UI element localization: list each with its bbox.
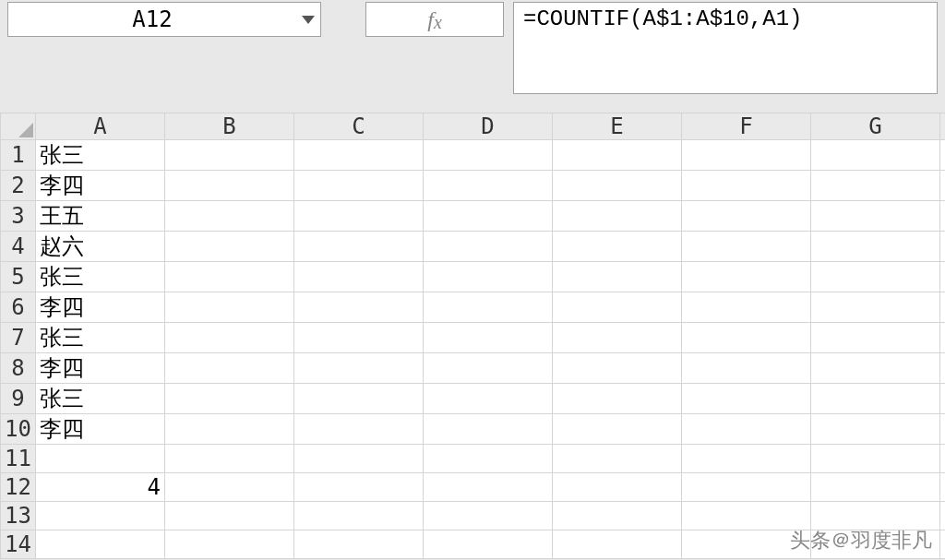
cell-F14[interactable]: [682, 530, 811, 559]
cell-C9[interactable]: [294, 384, 424, 414]
cell-D3[interactable]: [424, 201, 553, 232]
cell-D1[interactable]: [424, 140, 553, 171]
cell-F10[interactable]: [682, 414, 811, 445]
cell-C2[interactable]: [294, 171, 424, 201]
cell-B13[interactable]: [165, 502, 294, 530]
cell-B5[interactable]: [165, 262, 294, 292]
cell-A3[interactable]: 王五: [36, 201, 165, 232]
cell-D12[interactable]: [424, 473, 553, 502]
cell-G13[interactable]: [811, 502, 940, 530]
cell-G1[interactable]: [811, 140, 940, 171]
cell-E14[interactable]: [553, 530, 682, 559]
cell-D10[interactable]: [424, 414, 553, 445]
cell-A8[interactable]: 李四: [36, 353, 165, 384]
cell-G12[interactable]: [811, 473, 940, 502]
cell-G7[interactable]: [811, 323, 940, 353]
cell-D7[interactable]: [424, 323, 553, 353]
cell-F11[interactable]: [682, 445, 811, 473]
cell-D6[interactable]: [424, 292, 553, 323]
fx-button[interactable]: fx: [365, 2, 504, 37]
cell-A14[interactable]: [36, 530, 165, 559]
cell-B4[interactable]: [165, 232, 294, 262]
cell-F5[interactable]: [682, 262, 811, 292]
row-header-8[interactable]: 8: [1, 353, 36, 384]
row-header-2[interactable]: 2: [1, 171, 36, 201]
cell-A1[interactable]: 张三: [36, 140, 165, 171]
cell-G10[interactable]: [811, 414, 940, 445]
cell-D4[interactable]: [424, 232, 553, 262]
cell-G3[interactable]: [811, 201, 940, 232]
cell-E8[interactable]: [553, 353, 682, 384]
name-box-dropdown[interactable]: [296, 3, 320, 36]
cell-B7[interactable]: [165, 323, 294, 353]
cell-G8[interactable]: [811, 353, 940, 384]
cell-A5[interactable]: 张三: [36, 262, 165, 292]
cell-E13[interactable]: [553, 502, 682, 530]
cell-C4[interactable]: [294, 232, 424, 262]
cell-F12[interactable]: [682, 473, 811, 502]
cell-A11[interactable]: [36, 445, 165, 473]
column-header-B[interactable]: B: [165, 113, 294, 140]
cell-C7[interactable]: [294, 323, 424, 353]
cell-C13[interactable]: [294, 502, 424, 530]
cell-D5[interactable]: [424, 262, 553, 292]
cell-E2[interactable]: [553, 171, 682, 201]
cell-G14[interactable]: [811, 530, 940, 559]
cell-A6[interactable]: 李四: [36, 292, 165, 323]
cell-E11[interactable]: [553, 445, 682, 473]
cell-E7[interactable]: [553, 323, 682, 353]
cell-D8[interactable]: [424, 353, 553, 384]
cell-G2[interactable]: [811, 171, 940, 201]
cell-D2[interactable]: [424, 171, 553, 201]
cell-A4[interactable]: 赵六: [36, 232, 165, 262]
name-box[interactable]: A12: [8, 6, 296, 32]
cell-E9[interactable]: [553, 384, 682, 414]
cell-C5[interactable]: [294, 262, 424, 292]
cell-A7[interactable]: 张三: [36, 323, 165, 353]
row-header-10[interactable]: 10: [1, 414, 36, 445]
cell-B9[interactable]: [165, 384, 294, 414]
cell-F2[interactable]: [682, 171, 811, 201]
cell-A2[interactable]: 李四: [36, 171, 165, 201]
cell-F13[interactable]: [682, 502, 811, 530]
row-header-14[interactable]: 14: [1, 530, 36, 559]
cell-C6[interactable]: [294, 292, 424, 323]
cell-G5[interactable]: [811, 262, 940, 292]
cell-D11[interactable]: [424, 445, 553, 473]
cell-F9[interactable]: [682, 384, 811, 414]
cell-C10[interactable]: [294, 414, 424, 445]
cell-A13[interactable]: [36, 502, 165, 530]
cell-B1[interactable]: [165, 140, 294, 171]
cell-F4[interactable]: [682, 232, 811, 262]
cell-C14[interactable]: [294, 530, 424, 559]
select-all-corner[interactable]: [1, 113, 36, 140]
cell-A12[interactable]: 4: [36, 473, 165, 502]
cell-C1[interactable]: [294, 140, 424, 171]
cell-G11[interactable]: [811, 445, 940, 473]
column-header-C[interactable]: C: [294, 113, 424, 140]
cell-G6[interactable]: [811, 292, 940, 323]
cell-C11[interactable]: [294, 445, 424, 473]
cell-D13[interactable]: [424, 502, 553, 530]
row-header-9[interactable]: 9: [1, 384, 36, 414]
column-header-D[interactable]: D: [424, 113, 553, 140]
cell-E4[interactable]: [553, 232, 682, 262]
column-header-F[interactable]: F: [682, 113, 811, 140]
row-header-4[interactable]: 4: [1, 232, 36, 262]
cell-E10[interactable]: [553, 414, 682, 445]
row-header-13[interactable]: 13: [1, 502, 36, 530]
cell-A10[interactable]: 李四: [36, 414, 165, 445]
cell-B2[interactable]: [165, 171, 294, 201]
cell-C12[interactable]: [294, 473, 424, 502]
column-header-G[interactable]: G: [811, 113, 940, 140]
cell-B14[interactable]: [165, 530, 294, 559]
cell-F6[interactable]: [682, 292, 811, 323]
row-header-5[interactable]: 5: [1, 262, 36, 292]
cell-A9[interactable]: 张三: [36, 384, 165, 414]
column-header-E[interactable]: E: [553, 113, 682, 140]
row-header-11[interactable]: 11: [1, 445, 36, 473]
cell-E12[interactable]: [553, 473, 682, 502]
cell-B8[interactable]: [165, 353, 294, 384]
formula-bar[interactable]: =COUNTIF(A$1:A$10,A1): [513, 2, 938, 94]
row-header-6[interactable]: 6: [1, 292, 36, 323]
